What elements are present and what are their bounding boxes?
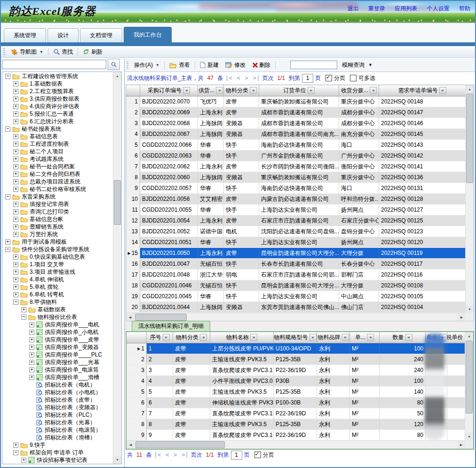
grid-cell[interactable]: 永利 <box>317 397 350 408</box>
scroll-down-arrow[interactable]: ▼ <box>466 305 474 313</box>
grid-cell[interactable]: 2022HSQ 00146 <box>379 118 466 128</box>
grid-cell[interactable]: 永利 <box>317 354 350 365</box>
grid-row[interactable]: 4BJDD202202.0067上海脉阔变频器成都市蓉韵速递有限公司南充...南… <box>126 129 466 140</box>
grid-cell[interactable] <box>447 376 465 386</box>
tree-item[interactable]: +秘二文件合同归档表 <box>2 170 113 178</box>
tree-item[interactable]: +供应商报价单_小电机 <box>2 328 113 336</box>
grid-cell[interactable]: 永利 <box>317 408 350 419</box>
grid-cell[interactable]: 变频器 <box>224 302 259 312</box>
row-number-cell[interactable]: 8 <box>127 419 147 429</box>
navigation-map-button[interactable]: 导航图 ▼ <box>8 47 47 57</box>
column-header[interactable]: 单... <box>350 332 380 343</box>
row-number-cell[interactable]: 3 <box>126 118 140 128</box>
row-number-cell[interactable]: 10 <box>126 194 140 204</box>
scroll-up-arrow[interactable]: ▲ <box>113 72 121 80</box>
expand-icon[interactable]: + <box>13 111 18 117</box>
grid-cell[interactable]: 皮带 <box>224 248 259 258</box>
grid-cell[interactable]: 皮带 <box>173 419 210 429</box>
grid-cell[interactable]: 快手 <box>224 183 259 193</box>
expand-icon[interactable]: + <box>13 209 18 214</box>
grid-cell[interactable]: M² <box>350 419 380 429</box>
grid-cell[interactable]: 主输送线皮带 PVK3.5 <box>210 419 274 429</box>
scroll-down-arrow[interactable]: ▼ <box>465 433 473 441</box>
expand-icon[interactable]: + <box>5 239 10 245</box>
expand-icon[interactable]: + <box>13 254 18 260</box>
grid-cell[interactable] <box>426 408 447 419</box>
grid-cell[interactable]: 东莞市莞韵速递有限公司佛山... <box>259 302 339 312</box>
grid-cell[interactable]: CGDD202202.0057 <box>140 183 198 193</box>
column-header[interactable]: 采购订单编号 <box>140 85 198 96</box>
grid-cell[interactable]: P125-35B <box>274 354 317 365</box>
filter-dropdown-icon[interactable] <box>439 334 446 341</box>
expand-icon[interactable]: + <box>29 345 34 350</box>
grid-cell[interactable]: M² <box>350 343 380 354</box>
grid-cell[interactable]: 1 <box>147 343 173 354</box>
expand-icon[interactable]: + <box>29 375 34 380</box>
grid-cell[interactable]: 华睿 <box>198 151 224 161</box>
grid-cell[interactable]: 昆明金韵速递有限公司大理分... <box>259 248 339 258</box>
grid-cell[interactable]: 皮带 <box>173 376 210 386</box>
grid-row[interactable]: 22皮带主输送线皮带 PVK3.5P125-35B永利M²240 <box>127 354 465 365</box>
column-header[interactable]: 序号 <box>147 332 173 343</box>
grid-cell[interactable]: 50 <box>380 408 426 419</box>
column-header[interactable]: 单价 <box>426 332 447 343</box>
grid-cell[interactable]: 上海永利 <box>198 161 224 172</box>
delete-button[interactable]: 删除 <box>249 60 274 70</box>
grid-cell[interactable]: 重庆畅韵装卸搬运有限公司 <box>259 172 339 182</box>
grid-cell[interactable]: CGDD202201.0051 <box>140 237 198 247</box>
row-number-cell[interactable]: 11 <box>126 205 140 215</box>
tree-item[interactable]: +5.单机 摆轮 <box>2 283 113 291</box>
grid-cell[interactable]: 2022HSQ 00120 <box>379 237 466 247</box>
expand-icon[interactable]: + <box>29 337 34 342</box>
tree-item[interactable]: +填报登记常用表 <box>2 200 113 208</box>
last-page-button[interactable]: >| <box>253 75 260 81</box>
scroll-right-arrow[interactable]: ▶ <box>457 441 465 449</box>
next-page-button[interactable]: > <box>174 452 177 458</box>
collapse-icon[interactable]: − <box>13 450 18 455</box>
grid-cell[interactable]: BJDD202201.0054 <box>140 215 198 226</box>
tree-item[interactable]: +供应商报价单___滑槽 <box>2 373 113 381</box>
grid-cell[interactable]: 2022HSQ 00125 <box>379 215 466 226</box>
tree-item[interactable]: −工程建设价格管理系统 <box>2 72 113 80</box>
row-number-cell[interactable]: ▶1 <box>127 343 147 354</box>
grid-cell[interactable]: 皮带 <box>224 96 259 107</box>
grid-cell[interactable] <box>426 376 447 386</box>
filter-dropdown-icon[interactable] <box>250 334 257 341</box>
grid-cell[interactable]: 石家庄市庄韵速递有限公司邯... <box>259 270 339 280</box>
row-number-cell[interactable]: 12 <box>126 215 140 226</box>
tree-item[interactable]: +6.汇总统计分析表 <box>2 118 113 125</box>
grid-cell[interactable]: 2022HSQ 00105 <box>379 291 466 301</box>
row-number-cell[interactable]: 20 <box>126 302 140 312</box>
grid-cell[interactable]: 广州市金韵快递有限公司 <box>259 151 339 161</box>
tree-item[interactable]: 招标比价表（光幕） <box>2 419 113 426</box>
grid-cell[interactable]: 皮带 <box>173 387 210 397</box>
expand-icon[interactable]: + <box>13 81 18 87</box>
row-number-cell[interactable]: 17 <box>126 270 140 280</box>
grid-cell[interactable]: 2022HSQ 00131 <box>379 183 466 193</box>
grid-cell[interactable]: 沈阳韵必达速递有限公司盘锦... <box>259 226 339 237</box>
grid-cell[interactable]: 昆明金韵速递有限公司大理分... <box>259 280 339 291</box>
grid-row[interactable]: 66皮带伸缩机输送线皮带 PVK3.0P100-30B永利M²80 <box>127 397 465 408</box>
tree-item[interactable]: −秘书处报表系统 <box>2 125 113 133</box>
last-page-button[interactable]: >| <box>182 452 188 458</box>
modify-button[interactable]: 修改 <box>222 60 249 70</box>
first-page-button[interactable]: |< <box>225 75 232 81</box>
multi-select-checkbox[interactable] <box>350 75 357 81</box>
grid-cell[interactable]: 皮带 <box>173 343 210 354</box>
row-number-cell[interactable]: 6 <box>126 151 140 161</box>
grid-cell[interactable] <box>447 365 465 375</box>
grid-row[interactable]: 18CGDD202201.0046无锡百恒快手昆明金韵速递有限公司大理分...大… <box>126 280 466 291</box>
tree-item[interactable]: +查询汇总打印类 <box>2 208 113 215</box>
tree-item[interactable]: 招标比价表（滑槽） <box>2 434 113 441</box>
tree-item[interactable]: +1.基础数据表 <box>2 80 113 87</box>
grid-cell[interactable]: 华睿 <box>198 291 224 301</box>
filter-dropdown-icon[interactable] <box>308 87 315 94</box>
grid-cell[interactable]: 飞优巧 <box>198 96 224 107</box>
tree-item[interactable]: +工程进度控制表 <box>2 140 113 148</box>
filter-dropdown-icon[interactable] <box>439 87 446 94</box>
tab-design[interactable]: 设计 <box>48 28 79 42</box>
grid-cell[interactable]: 主输送线皮带 PVK3.5 <box>210 387 274 397</box>
row-number-cell[interactable]: 2 <box>127 354 147 365</box>
expand-icon[interactable]: + <box>13 224 18 230</box>
grid-cell[interactable]: P125-35B <box>274 387 317 397</box>
